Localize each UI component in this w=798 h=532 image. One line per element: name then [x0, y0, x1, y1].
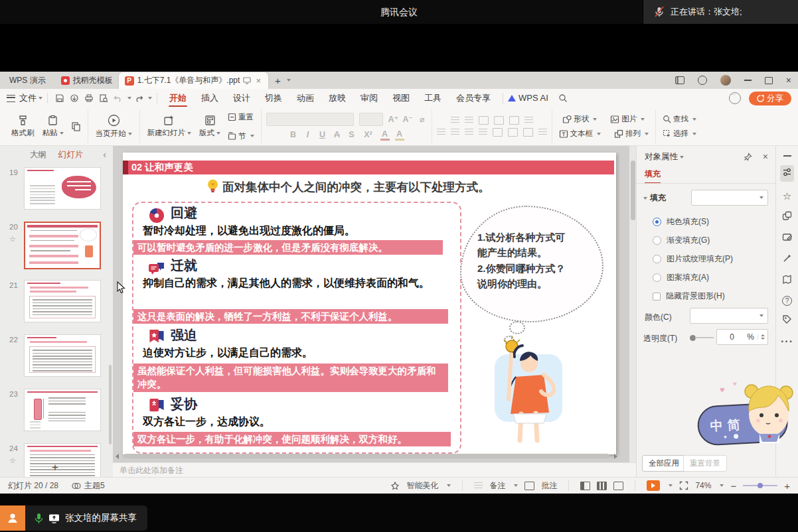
- slide-thumbnail[interactable]: [24, 389, 101, 431]
- play-options-caret-icon[interactable]: [669, 484, 673, 487]
- horizontal-scrollbar[interactable]: [116, 452, 624, 460]
- minimize-button[interactable]: [744, 80, 752, 81]
- format-painter-button[interactable]: 格式刷: [9, 113, 37, 139]
- menu-tools[interactable]: 工具: [417, 89, 449, 107]
- vertical-scrollbar[interactable]: [629, 146, 636, 462]
- section-button[interactable]: 节: [226, 131, 256, 142]
- spin-down-icon[interactable]: [761, 338, 765, 340]
- redo-button[interactable]: [131, 92, 146, 105]
- layout-button[interactable]: 版式: [197, 113, 223, 139]
- paste-button[interactable]: 粘贴: [40, 113, 66, 139]
- search-icon[interactable]: [556, 92, 570, 105]
- menu-membership[interactable]: 会员专享: [449, 89, 498, 107]
- fill-style-dropdown[interactable]: [691, 190, 768, 206]
- slide-thumbnail-current[interactable]: [24, 222, 101, 269]
- slide-thumbnail[interactable]: [24, 167, 101, 210]
- side-panel-icon[interactable]: [675, 76, 684, 84]
- collapse-strip-icon[interactable]: [783, 155, 791, 157]
- vertical-scroll-thumb[interactable]: [631, 161, 635, 220]
- save-button[interactable]: [52, 92, 67, 105]
- collapse-panel-icon[interactable]: ‹: [103, 149, 106, 160]
- menu-view[interactable]: 视图: [385, 89, 417, 107]
- new-tab-button[interactable]: +: [268, 72, 297, 89]
- slide-thumbnail[interactable]: [24, 334, 101, 377]
- play-from-current-button[interactable]: 当页开始: [93, 113, 135, 140]
- fill-tab[interactable]: 填充: [645, 168, 661, 184]
- transparency-spinner[interactable]: 0 %: [716, 329, 768, 345]
- slide-thumbnail[interactable]: [24, 280, 101, 322]
- print-button[interactable]: [82, 92, 96, 105]
- tools-wand-icon[interactable]: [782, 253, 792, 266]
- reset-button[interactable]: 重置: [226, 111, 256, 123]
- apply-all-button[interactable]: 全部应用: [642, 455, 686, 472]
- fit-window-icon[interactable]: [679, 481, 688, 490]
- zoom-out-button[interactable]: −: [730, 480, 736, 492]
- menu-slideshow[interactable]: 放映: [321, 89, 353, 107]
- picture-texture-fill-radio[interactable]: 图片或纹理填充(P): [653, 253, 733, 265]
- theme-label[interactable]: 主题5: [84, 480, 105, 492]
- shapes-button[interactable]: 形状: [560, 113, 599, 125]
- custom-tag-icon[interactable]: [782, 314, 792, 327]
- zoom-level[interactable]: 74%: [695, 481, 711, 490]
- menu-animation[interactable]: 动画: [289, 89, 321, 107]
- zoom-in-button[interactable]: +: [784, 480, 790, 492]
- select-button[interactable]: 选择: [661, 128, 698, 139]
- copy-button[interactable]: [69, 121, 83, 132]
- reading-view-icon[interactable]: [613, 482, 623, 490]
- normal-view-icon[interactable]: [580, 482, 590, 490]
- document-tab[interactable]: P 1.七下7.1《单音与和声》.ppt ×: [119, 72, 268, 89]
- shape-library-icon[interactable]: [782, 211, 792, 224]
- wps-home-tab[interactable]: WPS 演示: [0, 72, 55, 89]
- smart-beautify-button[interactable]: 智能美化: [406, 480, 438, 492]
- hide-background-checkbox[interactable]: 隐藏背景图形(H): [653, 291, 725, 302]
- maximize-button[interactable]: [765, 77, 773, 84]
- color-dropdown[interactable]: [690, 308, 768, 324]
- file-menu[interactable]: 文件: [19, 92, 37, 104]
- transparency-slider-track[interactable]: [695, 337, 714, 338]
- gradient-fill-radio[interactable]: 渐变填充(G): [653, 235, 710, 246]
- spin-up-icon[interactable]: [761, 334, 765, 336]
- menu-home[interactable]: 开始: [162, 89, 194, 107]
- output-button[interactable]: [67, 92, 82, 105]
- add-slide-button[interactable]: +: [52, 461, 58, 474]
- menu-wps-ai[interactable]: WPS AI: [519, 89, 556, 107]
- share-button[interactable]: 分享: [749, 92, 791, 105]
- edit-pen-icon[interactable]: [782, 232, 792, 245]
- notes-button[interactable]: 备注: [489, 480, 505, 492]
- close-tab-icon[interactable]: ×: [254, 76, 262, 86]
- picture-button[interactable]: 图片: [608, 113, 647, 125]
- find-button[interactable]: 查找: [661, 113, 698, 125]
- effects-star-icon[interactable]: ☆: [783, 190, 791, 202]
- notes-input[interactable]: 单击此处添加备注: [113, 462, 636, 477]
- scroll-right-icon[interactable]: [614, 454, 617, 459]
- solid-fill-radio[interactable]: 纯色填充(S): [653, 216, 709, 228]
- scroll-left-icon[interactable]: [116, 454, 119, 459]
- slide-sorter-view-icon[interactable]: [597, 482, 607, 490]
- online-services-icon[interactable]: [698, 76, 707, 85]
- docer-template-tab[interactable]: 找稻壳模板: [55, 72, 119, 89]
- menu-review[interactable]: 审阅: [353, 89, 385, 107]
- resource-library-icon[interactable]: [782, 275, 792, 287]
- menu-design[interactable]: 设计: [226, 89, 258, 107]
- more-icon[interactable]: ···: [781, 336, 793, 348]
- horizontal-scroll-thumb[interactable]: [123, 454, 609, 458]
- pattern-fill-radio[interactable]: 图案填充(A): [653, 272, 709, 283]
- slide-editing-area[interactable]: 02 让和声更美 面对集体中个人之间的冲突，主要有以下处理方式。 回避: [123, 153, 616, 454]
- close-panel-icon[interactable]: ×: [763, 151, 768, 162]
- textbox-button[interactable]: 文本框: [557, 128, 603, 139]
- sidebar-scrollbar[interactable]: [109, 365, 112, 444]
- arrange-button[interactable]: 排列: [612, 128, 651, 139]
- menu-insert[interactable]: 插入: [194, 89, 226, 107]
- help-icon[interactable]: ?: [782, 296, 792, 306]
- pin-icon[interactable]: [744, 153, 752, 161]
- account-avatar[interactable]: [720, 75, 731, 86]
- new-slide-button[interactable]: 新建幻灯片: [145, 113, 195, 139]
- properties-icon[interactable]: [780, 165, 794, 182]
- comments-button[interactable]: 批注: [541, 480, 557, 492]
- menu-transition[interactable]: 切换: [258, 89, 289, 107]
- print-preview-button[interactable]: [96, 92, 111, 105]
- zoom-slider[interactable]: [743, 485, 777, 486]
- feedback-smiley-icon[interactable]: [729, 92, 741, 104]
- undo-button[interactable]: [111, 92, 125, 105]
- slideshow-play-button[interactable]: [647, 480, 660, 491]
